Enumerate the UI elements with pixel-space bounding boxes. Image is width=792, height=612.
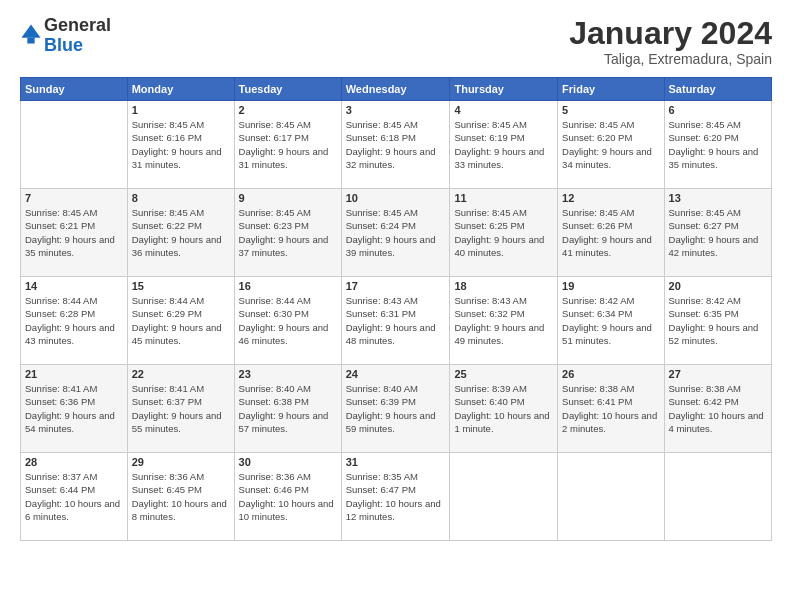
- day-info: Sunrise: 8:45 AMSunset: 6:17 PMDaylight:…: [239, 118, 337, 171]
- day-number: 11: [454, 192, 553, 204]
- day-info: Sunrise: 8:38 AMSunset: 6:42 PMDaylight:…: [669, 382, 767, 435]
- calendar-cell: 14Sunrise: 8:44 AMSunset: 6:28 PMDayligh…: [21, 277, 128, 365]
- day-number: 22: [132, 368, 230, 380]
- calendar-cell: 29Sunrise: 8:36 AMSunset: 6:45 PMDayligh…: [127, 453, 234, 541]
- calendar-cell: 2Sunrise: 8:45 AMSunset: 6:17 PMDaylight…: [234, 101, 341, 189]
- col-header-friday: Friday: [558, 78, 664, 101]
- day-info: Sunrise: 8:42 AMSunset: 6:34 PMDaylight:…: [562, 294, 659, 347]
- calendar-cell: 27Sunrise: 8:38 AMSunset: 6:42 PMDayligh…: [664, 365, 771, 453]
- day-number: 26: [562, 368, 659, 380]
- header: General Blue January 2024 Taliga, Extrem…: [20, 16, 772, 67]
- day-number: 16: [239, 280, 337, 292]
- calendar-cell: 24Sunrise: 8:40 AMSunset: 6:39 PMDayligh…: [341, 365, 450, 453]
- calendar-cell: 7Sunrise: 8:45 AMSunset: 6:21 PMDaylight…: [21, 189, 128, 277]
- day-info: Sunrise: 8:45 AMSunset: 6:16 PMDaylight:…: [132, 118, 230, 171]
- day-info: Sunrise: 8:43 AMSunset: 6:32 PMDaylight:…: [454, 294, 553, 347]
- page: General Blue January 2024 Taliga, Extrem…: [0, 0, 792, 612]
- calendar-row: 14Sunrise: 8:44 AMSunset: 6:28 PMDayligh…: [21, 277, 772, 365]
- calendar-cell: 16Sunrise: 8:44 AMSunset: 6:30 PMDayligh…: [234, 277, 341, 365]
- day-info: Sunrise: 8:45 AMSunset: 6:22 PMDaylight:…: [132, 206, 230, 259]
- day-info: Sunrise: 8:41 AMSunset: 6:36 PMDaylight:…: [25, 382, 123, 435]
- day-info: Sunrise: 8:45 AMSunset: 6:19 PMDaylight:…: [454, 118, 553, 171]
- day-info: Sunrise: 8:36 AMSunset: 6:45 PMDaylight:…: [132, 470, 230, 523]
- day-number: 17: [346, 280, 446, 292]
- col-header-thursday: Thursday: [450, 78, 558, 101]
- logo-general: General: [44, 15, 111, 35]
- calendar-cell: [450, 453, 558, 541]
- day-info: Sunrise: 8:45 AMSunset: 6:24 PMDaylight:…: [346, 206, 446, 259]
- day-number: 2: [239, 104, 337, 116]
- day-number: 23: [239, 368, 337, 380]
- main-title: January 2024: [569, 16, 772, 51]
- day-info: Sunrise: 8:35 AMSunset: 6:47 PMDaylight:…: [346, 470, 446, 523]
- calendar-cell: 8Sunrise: 8:45 AMSunset: 6:22 PMDaylight…: [127, 189, 234, 277]
- calendar-cell: 12Sunrise: 8:45 AMSunset: 6:26 PMDayligh…: [558, 189, 664, 277]
- calendar-cell: 31Sunrise: 8:35 AMSunset: 6:47 PMDayligh…: [341, 453, 450, 541]
- calendar-cell: 23Sunrise: 8:40 AMSunset: 6:38 PMDayligh…: [234, 365, 341, 453]
- day-number: 9: [239, 192, 337, 204]
- calendar-cell: 20Sunrise: 8:42 AMSunset: 6:35 PMDayligh…: [664, 277, 771, 365]
- calendar-cell: 10Sunrise: 8:45 AMSunset: 6:24 PMDayligh…: [341, 189, 450, 277]
- day-number: 8: [132, 192, 230, 204]
- calendar-cell: 19Sunrise: 8:42 AMSunset: 6:34 PMDayligh…: [558, 277, 664, 365]
- calendar-row: 7Sunrise: 8:45 AMSunset: 6:21 PMDaylight…: [21, 189, 772, 277]
- logo-blue: Blue: [44, 35, 83, 55]
- day-number: 1: [132, 104, 230, 116]
- day-number: 21: [25, 368, 123, 380]
- calendar-cell: [664, 453, 771, 541]
- day-number: 28: [25, 456, 123, 468]
- calendar-body: 1Sunrise: 8:45 AMSunset: 6:16 PMDaylight…: [21, 101, 772, 541]
- day-info: Sunrise: 8:43 AMSunset: 6:31 PMDaylight:…: [346, 294, 446, 347]
- day-number: 13: [669, 192, 767, 204]
- day-number: 14: [25, 280, 123, 292]
- day-info: Sunrise: 8:40 AMSunset: 6:39 PMDaylight:…: [346, 382, 446, 435]
- day-info: Sunrise: 8:45 AMSunset: 6:27 PMDaylight:…: [669, 206, 767, 259]
- day-info: Sunrise: 8:44 AMSunset: 6:28 PMDaylight:…: [25, 294, 123, 347]
- calendar-cell: 21Sunrise: 8:41 AMSunset: 6:36 PMDayligh…: [21, 365, 128, 453]
- calendar-cell: 6Sunrise: 8:45 AMSunset: 6:20 PMDaylight…: [664, 101, 771, 189]
- logo-icon: [20, 23, 42, 45]
- calendar-cell: 5Sunrise: 8:45 AMSunset: 6:20 PMDaylight…: [558, 101, 664, 189]
- day-number: 4: [454, 104, 553, 116]
- svg-rect-1: [27, 37, 34, 43]
- day-number: 24: [346, 368, 446, 380]
- calendar-cell: 15Sunrise: 8:44 AMSunset: 6:29 PMDayligh…: [127, 277, 234, 365]
- calendar-cell: 28Sunrise: 8:37 AMSunset: 6:44 PMDayligh…: [21, 453, 128, 541]
- day-info: Sunrise: 8:40 AMSunset: 6:38 PMDaylight:…: [239, 382, 337, 435]
- day-info: Sunrise: 8:45 AMSunset: 6:18 PMDaylight:…: [346, 118, 446, 171]
- calendar-cell: 25Sunrise: 8:39 AMSunset: 6:40 PMDayligh…: [450, 365, 558, 453]
- day-info: Sunrise: 8:44 AMSunset: 6:29 PMDaylight:…: [132, 294, 230, 347]
- day-info: Sunrise: 8:36 AMSunset: 6:46 PMDaylight:…: [239, 470, 337, 523]
- calendar-table: SundayMondayTuesdayWednesdayThursdayFrid…: [20, 77, 772, 541]
- svg-marker-0: [21, 24, 40, 37]
- day-number: 19: [562, 280, 659, 292]
- day-number: 6: [669, 104, 767, 116]
- col-header-sunday: Sunday: [21, 78, 128, 101]
- calendar-row: 21Sunrise: 8:41 AMSunset: 6:36 PMDayligh…: [21, 365, 772, 453]
- calendar-cell: 13Sunrise: 8:45 AMSunset: 6:27 PMDayligh…: [664, 189, 771, 277]
- calendar-cell: [558, 453, 664, 541]
- day-number: 5: [562, 104, 659, 116]
- calendar-cell: 4Sunrise: 8:45 AMSunset: 6:19 PMDaylight…: [450, 101, 558, 189]
- calendar-cell: 26Sunrise: 8:38 AMSunset: 6:41 PMDayligh…: [558, 365, 664, 453]
- calendar-cell: 11Sunrise: 8:45 AMSunset: 6:25 PMDayligh…: [450, 189, 558, 277]
- day-number: 12: [562, 192, 659, 204]
- day-info: Sunrise: 8:45 AMSunset: 6:20 PMDaylight:…: [562, 118, 659, 171]
- day-info: Sunrise: 8:45 AMSunset: 6:20 PMDaylight:…: [669, 118, 767, 171]
- day-info: Sunrise: 8:38 AMSunset: 6:41 PMDaylight:…: [562, 382, 659, 435]
- day-number: 30: [239, 456, 337, 468]
- day-number: 29: [132, 456, 230, 468]
- col-header-wednesday: Wednesday: [341, 78, 450, 101]
- day-number: 31: [346, 456, 446, 468]
- day-info: Sunrise: 8:45 AMSunset: 6:21 PMDaylight:…: [25, 206, 123, 259]
- day-number: 25: [454, 368, 553, 380]
- logo-text: General Blue: [44, 16, 111, 56]
- col-header-monday: Monday: [127, 78, 234, 101]
- col-header-saturday: Saturday: [664, 78, 771, 101]
- day-info: Sunrise: 8:45 AMSunset: 6:26 PMDaylight:…: [562, 206, 659, 259]
- calendar-cell: 22Sunrise: 8:41 AMSunset: 6:37 PMDayligh…: [127, 365, 234, 453]
- calendar-cell: 3Sunrise: 8:45 AMSunset: 6:18 PMDaylight…: [341, 101, 450, 189]
- calendar-cell: 9Sunrise: 8:45 AMSunset: 6:23 PMDaylight…: [234, 189, 341, 277]
- subtitle: Taliga, Extremadura, Spain: [569, 51, 772, 67]
- calendar-header: SundayMondayTuesdayWednesdayThursdayFrid…: [21, 78, 772, 101]
